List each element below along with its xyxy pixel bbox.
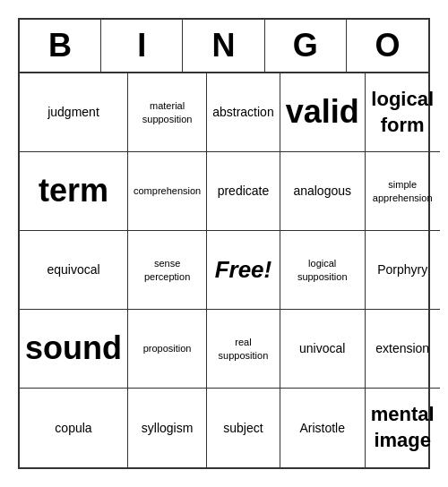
bingo-cell: mental image — [366, 389, 440, 467]
bingo-grid: judgmentmaterial suppositionabstractionv… — [20, 73, 428, 467]
bingo-cell: sense perception — [128, 231, 207, 310]
header-letter: I — [101, 20, 183, 72]
bingo-cell: proposition — [128, 310, 207, 389]
bingo-cell: copula — [20, 389, 128, 467]
bingo-cell: real supposition — [207, 310, 280, 389]
bingo-cell: Aristotle — [280, 389, 366, 467]
header-letter: G — [265, 20, 347, 72]
bingo-cell: logical form — [366, 73, 440, 152]
bingo-cell: material supposition — [128, 73, 207, 152]
bingo-cell: comprehension — [128, 152, 207, 231]
bingo-cell: subject — [207, 389, 280, 467]
bingo-cell: Porphyry — [366, 231, 440, 310]
bingo-cell: univocal — [280, 310, 366, 389]
header-letter: N — [183, 20, 264, 72]
bingo-header: BINGO — [20, 20, 428, 73]
bingo-cell: judgment — [20, 73, 128, 152]
bingo-card: BINGO judgmentmaterial suppositionabstra… — [18, 18, 430, 469]
bingo-cell: abstraction — [207, 73, 280, 152]
header-letter: O — [347, 20, 428, 72]
bingo-cell: predicate — [207, 152, 280, 231]
bingo-cell: equivocal — [20, 231, 128, 310]
bingo-cell: sound — [20, 310, 128, 389]
bingo-cell: simple apprehension — [366, 152, 440, 231]
bingo-cell: syllogism — [128, 389, 207, 467]
bingo-cell: valid — [280, 73, 366, 152]
bingo-cell: term — [20, 152, 128, 231]
bingo-cell: logical supposition — [280, 231, 366, 310]
bingo-cell: analogous — [280, 152, 366, 231]
bingo-cell: Free! — [207, 231, 280, 310]
header-letter: B — [20, 20, 101, 72]
bingo-cell: extension — [366, 310, 440, 389]
